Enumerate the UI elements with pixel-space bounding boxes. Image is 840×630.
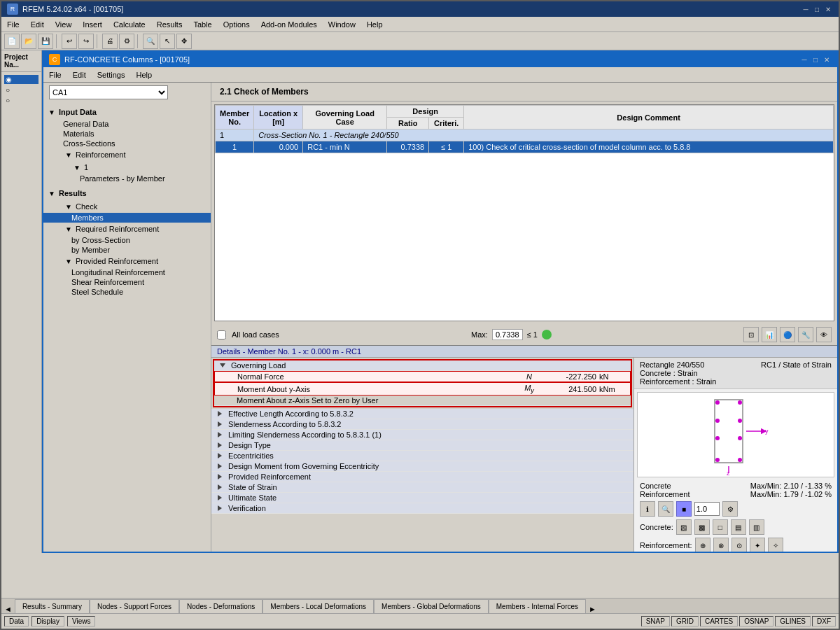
toolbar-settings[interactable]: ⚙ <box>119 34 134 49</box>
tree-cross-sections[interactable]: Cross-Sections <box>43 139 211 148</box>
menu-table[interactable]: Table <box>188 19 217 30</box>
minimize-btn[interactable]: ─ <box>801 4 811 14</box>
status-display[interactable]: Display <box>31 616 64 626</box>
menu-view[interactable]: View <box>50 19 78 30</box>
tree-by-cross-section[interactable]: by Cross-Section <box>43 235 211 245</box>
tab-members-internal[interactable]: Members - Internal Forces <box>489 599 586 613</box>
toolbar-zoom[interactable]: 🔍 <box>143 34 158 49</box>
toolbar-options[interactable]: 🔧 <box>798 327 813 342</box>
toolbar-move[interactable]: ✥ <box>176 34 192 49</box>
sub-menu-file[interactable]: File <box>43 69 67 80</box>
status-views[interactable]: Views <box>67 616 96 626</box>
ca-selector[interactable]: CA1 <box>49 85 168 99</box>
tab-members-global[interactable]: Members - Global Deformations <box>374 599 489 613</box>
concrete-icon-5[interactable]: ▥ <box>749 519 764 535</box>
title-bar-controls[interactable]: ─ □ ✕ <box>801 4 833 14</box>
sub-close-btn[interactable]: ✕ <box>822 55 832 64</box>
moment-y-row[interactable]: Moment About y-Axis My 241.500 kNm <box>214 382 631 396</box>
menu-window[interactable]: Window <box>323 19 361 30</box>
slenderness-row[interactable]: Slenderness According to 5.8.3.2 <box>211 419 634 430</box>
toolbar-save[interactable]: 💾 <box>38 34 53 49</box>
concrete-icon-2[interactable]: ▩ <box>694 519 710 535</box>
menu-addon[interactable]: Add-on Modules <box>255 19 323 30</box>
toolbar-open[interactable]: 📂 <box>21 34 36 49</box>
design-moment-expand[interactable] <box>214 463 225 469</box>
slenderness-expand[interactable] <box>214 421 225 427</box>
project-item-selected[interactable]: ◉ <box>4 75 38 84</box>
limiting-slenderness-expand[interactable] <box>214 432 225 438</box>
tab-nodes-support[interactable]: Nodes - Support Forces <box>90 599 179 613</box>
toolbar-print[interactable]: 🖨 <box>102 34 118 49</box>
tree-general-data[interactable]: General Data <box>43 119 211 129</box>
status-grid[interactable]: GRID <box>671 616 699 626</box>
concrete-icon-1[interactable]: ▨ <box>676 519 692 535</box>
reinf-icon-3[interactable]: ⊙ <box>732 538 747 552</box>
tree-materials[interactable]: Materials <box>43 129 211 139</box>
search-btn[interactable]: 🔍 <box>658 501 673 517</box>
governing-load-expand[interactable] <box>217 363 228 368</box>
tree-required-reinforcement[interactable]: ▼ Required Reinforcement <box>43 223 211 235</box>
design-type-expand[interactable] <box>214 442 225 448</box>
tree-steel-schedule[interactable]: Steel Schedule <box>43 287 211 297</box>
moment-z-zero-row[interactable]: Moment About z-Axis Set to Zero by User <box>214 396 631 406</box>
tree-reinforcement[interactable]: ▼ Reinforcement <box>43 148 211 161</box>
sub-maximize-btn[interactable]: □ <box>811 55 820 64</box>
tab-nodes-deformations[interactable]: Nodes - Deformations <box>179 599 262 613</box>
tab-nav-left[interactable]: ◄ <box>1 605 15 613</box>
menu-results[interactable]: Results <box>151 19 188 30</box>
governing-load-header[interactable]: Governing Load <box>214 360 631 371</box>
table-row[interactable]: 1 0.000 RC1 - min N 0.7338 ≤ 1 100) Chec… <box>216 141 834 153</box>
color-btn[interactable]: ■ <box>676 501 692 517</box>
status-snap[interactable]: SNAP <box>641 616 670 626</box>
toolbar-redo[interactable]: ↪ <box>78 34 94 49</box>
status-osnap[interactable]: OSNAP <box>739 616 774 626</box>
reinf-icon-4[interactable]: ✦ <box>750 538 765 552</box>
reinf-icon-5[interactable]: ✧ <box>768 538 783 552</box>
toolbar-view2[interactable]: 🔵 <box>780 327 795 342</box>
provided-reinf-expand[interactable] <box>214 474 225 479</box>
effective-length-expand[interactable] <box>214 411 225 416</box>
design-moment-row[interactable]: Design Moment from Governing Eccentricit… <box>211 461 634 472</box>
tree-shear-reinforcement[interactable]: Shear Reinforcement <box>43 277 211 287</box>
project-item-1[interactable]: ○ <box>4 85 38 94</box>
tree-provided-reinforcement[interactable]: ▼ Provided Reinforcement <box>43 255 211 267</box>
toolbar-select[interactable]: ↖ <box>160 34 175 49</box>
menu-options[interactable]: Options <box>218 19 255 30</box>
tab-nav-right[interactable]: ► <box>586 605 599 613</box>
toolbar-new[interactable]: 📄 <box>4 34 20 49</box>
sub-menu-settings[interactable]: Settings <box>92 69 131 80</box>
tree-longitudinal-reinforcement[interactable]: Longitudinal Reinforcement <box>43 267 211 277</box>
sub-minimize-btn[interactable]: ─ <box>799 55 809 64</box>
toolbar-eye[interactable]: 👁 <box>816 327 832 342</box>
scale-options-btn[interactable]: ⚙ <box>722 501 738 517</box>
concrete-icon-3[interactable]: □ <box>713 519 728 535</box>
menu-edit[interactable]: Edit <box>25 19 50 30</box>
tab-results-summary[interactable]: Results - Summary <box>15 599 90 613</box>
close-btn[interactable]: ✕ <box>823 4 833 14</box>
menu-file[interactable]: File <box>1 19 25 30</box>
concrete-icon-4[interactable]: ▤ <box>731 519 746 535</box>
effective-length-row[interactable]: Effective Length According to 5.8.3.2 <box>211 409 634 419</box>
ultimate-state-expand[interactable] <box>214 495 225 500</box>
provided-reinforcement-row[interactable]: Provided Reinforcement <box>211 472 634 482</box>
status-data[interactable]: Data <box>4 616 29 626</box>
maximize-btn[interactable]: □ <box>812 4 822 14</box>
scale-spinner[interactable] <box>694 502 720 516</box>
menu-insert[interactable]: Insert <box>77 19 108 30</box>
tree-by-member[interactable]: by Member <box>43 245 211 255</box>
state-of-strain-expand[interactable] <box>214 484 225 490</box>
status-cartes[interactable]: CARTES <box>700 616 738 626</box>
toolbar-filter[interactable]: ⊡ <box>743 327 759 342</box>
tab-members-local[interactable]: Members - Local Deformations <box>262 599 374 613</box>
normal-force-row[interactable]: Normal Force N -227.250 kN <box>214 371 631 382</box>
verification-expand[interactable] <box>214 505 225 511</box>
tree-members[interactable]: Members <box>43 213 211 223</box>
toolbar-undo[interactable]: ↩ <box>62 34 77 49</box>
design-type-row[interactable]: Design Type <box>211 440 634 451</box>
tree-node-1[interactable]: ▼ 1 <box>43 161 211 174</box>
status-glines[interactable]: GLINES <box>775 616 811 626</box>
limiting-slenderness-row[interactable]: Limiting Slenderness According to 5.8.3.… <box>211 430 634 440</box>
ultimate-state-row[interactable]: Ultimate State <box>211 493 634 503</box>
all-load-cases-checkbox[interactable] <box>217 330 226 340</box>
eccentricities-expand[interactable] <box>214 453 225 458</box>
